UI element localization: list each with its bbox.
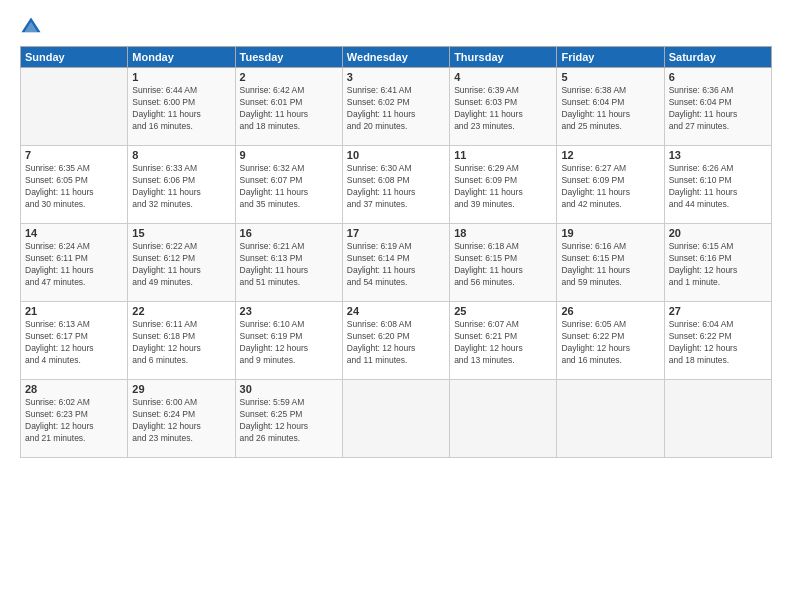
calendar-cell: 22Sunrise: 6:11 AMSunset: 6:18 PMDayligh… bbox=[128, 302, 235, 380]
calendar-cell: 30Sunrise: 5:59 AMSunset: 6:25 PMDayligh… bbox=[235, 380, 342, 458]
day-info: Sunrise: 6:29 AMSunset: 6:09 PMDaylight:… bbox=[454, 163, 552, 211]
day-number: 7 bbox=[25, 149, 123, 161]
day-info: Sunrise: 6:10 AMSunset: 6:19 PMDaylight:… bbox=[240, 319, 338, 367]
calendar-cell: 5Sunrise: 6:38 AMSunset: 6:04 PMDaylight… bbox=[557, 68, 664, 146]
day-number: 21 bbox=[25, 305, 123, 317]
day-info: Sunrise: 6:18 AMSunset: 6:15 PMDaylight:… bbox=[454, 241, 552, 289]
day-number: 3 bbox=[347, 71, 445, 83]
day-number: 10 bbox=[347, 149, 445, 161]
calendar-cell: 29Sunrise: 6:00 AMSunset: 6:24 PMDayligh… bbox=[128, 380, 235, 458]
day-number: 19 bbox=[561, 227, 659, 239]
calendar-cell: 17Sunrise: 6:19 AMSunset: 6:14 PMDayligh… bbox=[342, 224, 449, 302]
calendar-cell bbox=[21, 68, 128, 146]
calendar-cell bbox=[557, 380, 664, 458]
day-info: Sunrise: 6:02 AMSunset: 6:23 PMDaylight:… bbox=[25, 397, 123, 445]
day-number: 2 bbox=[240, 71, 338, 83]
day-info: Sunrise: 6:42 AMSunset: 6:01 PMDaylight:… bbox=[240, 85, 338, 133]
day-info: Sunrise: 6:44 AMSunset: 6:00 PMDaylight:… bbox=[132, 85, 230, 133]
day-of-week-header: Sunday bbox=[21, 47, 128, 68]
calendar-cell: 25Sunrise: 6:07 AMSunset: 6:21 PMDayligh… bbox=[450, 302, 557, 380]
calendar-cell: 11Sunrise: 6:29 AMSunset: 6:09 PMDayligh… bbox=[450, 146, 557, 224]
day-info: Sunrise: 6:04 AMSunset: 6:22 PMDaylight:… bbox=[669, 319, 767, 367]
day-of-week-header: Saturday bbox=[664, 47, 771, 68]
calendar-cell: 10Sunrise: 6:30 AMSunset: 6:08 PMDayligh… bbox=[342, 146, 449, 224]
day-number: 18 bbox=[454, 227, 552, 239]
calendar-cell: 7Sunrise: 6:35 AMSunset: 6:05 PMDaylight… bbox=[21, 146, 128, 224]
day-number: 26 bbox=[561, 305, 659, 317]
day-info: Sunrise: 6:07 AMSunset: 6:21 PMDaylight:… bbox=[454, 319, 552, 367]
day-number: 16 bbox=[240, 227, 338, 239]
day-of-week-header: Wednesday bbox=[342, 47, 449, 68]
day-number: 12 bbox=[561, 149, 659, 161]
calendar-cell bbox=[450, 380, 557, 458]
day-info: Sunrise: 6:39 AMSunset: 6:03 PMDaylight:… bbox=[454, 85, 552, 133]
calendar-cell: 26Sunrise: 6:05 AMSunset: 6:22 PMDayligh… bbox=[557, 302, 664, 380]
calendar-cell: 4Sunrise: 6:39 AMSunset: 6:03 PMDaylight… bbox=[450, 68, 557, 146]
calendar-cell: 24Sunrise: 6:08 AMSunset: 6:20 PMDayligh… bbox=[342, 302, 449, 380]
calendar-cell bbox=[342, 380, 449, 458]
calendar-cell: 21Sunrise: 6:13 AMSunset: 6:17 PMDayligh… bbox=[21, 302, 128, 380]
calendar-cell: 23Sunrise: 6:10 AMSunset: 6:19 PMDayligh… bbox=[235, 302, 342, 380]
day-info: Sunrise: 6:26 AMSunset: 6:10 PMDaylight:… bbox=[669, 163, 767, 211]
day-info: Sunrise: 6:22 AMSunset: 6:12 PMDaylight:… bbox=[132, 241, 230, 289]
calendar-cell: 27Sunrise: 6:04 AMSunset: 6:22 PMDayligh… bbox=[664, 302, 771, 380]
day-info: Sunrise: 6:27 AMSunset: 6:09 PMDaylight:… bbox=[561, 163, 659, 211]
calendar-cell: 15Sunrise: 6:22 AMSunset: 6:12 PMDayligh… bbox=[128, 224, 235, 302]
day-number: 14 bbox=[25, 227, 123, 239]
calendar-cell: 9Sunrise: 6:32 AMSunset: 6:07 PMDaylight… bbox=[235, 146, 342, 224]
day-info: Sunrise: 6:19 AMSunset: 6:14 PMDaylight:… bbox=[347, 241, 445, 289]
calendar-week-row: 1Sunrise: 6:44 AMSunset: 6:00 PMDaylight… bbox=[21, 68, 772, 146]
calendar-week-row: 21Sunrise: 6:13 AMSunset: 6:17 PMDayligh… bbox=[21, 302, 772, 380]
day-number: 5 bbox=[561, 71, 659, 83]
day-of-week-header: Thursday bbox=[450, 47, 557, 68]
day-info: Sunrise: 6:00 AMSunset: 6:24 PMDaylight:… bbox=[132, 397, 230, 445]
day-number: 25 bbox=[454, 305, 552, 317]
day-info: Sunrise: 6:32 AMSunset: 6:07 PMDaylight:… bbox=[240, 163, 338, 211]
day-number: 11 bbox=[454, 149, 552, 161]
day-number: 13 bbox=[669, 149, 767, 161]
day-number: 28 bbox=[25, 383, 123, 395]
day-number: 8 bbox=[132, 149, 230, 161]
day-number: 23 bbox=[240, 305, 338, 317]
day-info: Sunrise: 6:13 AMSunset: 6:17 PMDaylight:… bbox=[25, 319, 123, 367]
header bbox=[20, 16, 772, 38]
calendar-cell: 28Sunrise: 6:02 AMSunset: 6:23 PMDayligh… bbox=[21, 380, 128, 458]
day-info: Sunrise: 6:35 AMSunset: 6:05 PMDaylight:… bbox=[25, 163, 123, 211]
day-of-week-header: Monday bbox=[128, 47, 235, 68]
calendar-week-row: 7Sunrise: 6:35 AMSunset: 6:05 PMDaylight… bbox=[21, 146, 772, 224]
day-number: 20 bbox=[669, 227, 767, 239]
calendar-cell: 16Sunrise: 6:21 AMSunset: 6:13 PMDayligh… bbox=[235, 224, 342, 302]
day-info: Sunrise: 6:30 AMSunset: 6:08 PMDaylight:… bbox=[347, 163, 445, 211]
day-number: 9 bbox=[240, 149, 338, 161]
day-of-week-header: Friday bbox=[557, 47, 664, 68]
calendar-cell: 13Sunrise: 6:26 AMSunset: 6:10 PMDayligh… bbox=[664, 146, 771, 224]
calendar-cell: 6Sunrise: 6:36 AMSunset: 6:04 PMDaylight… bbox=[664, 68, 771, 146]
day-number: 6 bbox=[669, 71, 767, 83]
calendar-cell: 12Sunrise: 6:27 AMSunset: 6:09 PMDayligh… bbox=[557, 146, 664, 224]
calendar-table: SundayMondayTuesdayWednesdayThursdayFrid… bbox=[20, 46, 772, 458]
day-info: Sunrise: 6:11 AMSunset: 6:18 PMDaylight:… bbox=[132, 319, 230, 367]
day-number: 17 bbox=[347, 227, 445, 239]
days-header-row: SundayMondayTuesdayWednesdayThursdayFrid… bbox=[21, 47, 772, 68]
calendar-page: SundayMondayTuesdayWednesdayThursdayFrid… bbox=[0, 0, 792, 612]
day-of-week-header: Tuesday bbox=[235, 47, 342, 68]
day-info: Sunrise: 6:24 AMSunset: 6:11 PMDaylight:… bbox=[25, 241, 123, 289]
day-number: 1 bbox=[132, 71, 230, 83]
calendar-week-row: 28Sunrise: 6:02 AMSunset: 6:23 PMDayligh… bbox=[21, 380, 772, 458]
calendar-week-row: 14Sunrise: 6:24 AMSunset: 6:11 PMDayligh… bbox=[21, 224, 772, 302]
calendar-cell: 14Sunrise: 6:24 AMSunset: 6:11 PMDayligh… bbox=[21, 224, 128, 302]
day-info: Sunrise: 6:21 AMSunset: 6:13 PMDaylight:… bbox=[240, 241, 338, 289]
day-number: 29 bbox=[132, 383, 230, 395]
day-number: 22 bbox=[132, 305, 230, 317]
day-info: Sunrise: 6:05 AMSunset: 6:22 PMDaylight:… bbox=[561, 319, 659, 367]
calendar-cell: 1Sunrise: 6:44 AMSunset: 6:00 PMDaylight… bbox=[128, 68, 235, 146]
logo bbox=[20, 16, 46, 38]
day-info: Sunrise: 6:16 AMSunset: 6:15 PMDaylight:… bbox=[561, 241, 659, 289]
logo-icon bbox=[20, 16, 42, 38]
calendar-cell: 19Sunrise: 6:16 AMSunset: 6:15 PMDayligh… bbox=[557, 224, 664, 302]
day-info: Sunrise: 6:33 AMSunset: 6:06 PMDaylight:… bbox=[132, 163, 230, 211]
day-number: 15 bbox=[132, 227, 230, 239]
day-info: Sunrise: 6:41 AMSunset: 6:02 PMDaylight:… bbox=[347, 85, 445, 133]
day-number: 4 bbox=[454, 71, 552, 83]
day-info: Sunrise: 5:59 AMSunset: 6:25 PMDaylight:… bbox=[240, 397, 338, 445]
